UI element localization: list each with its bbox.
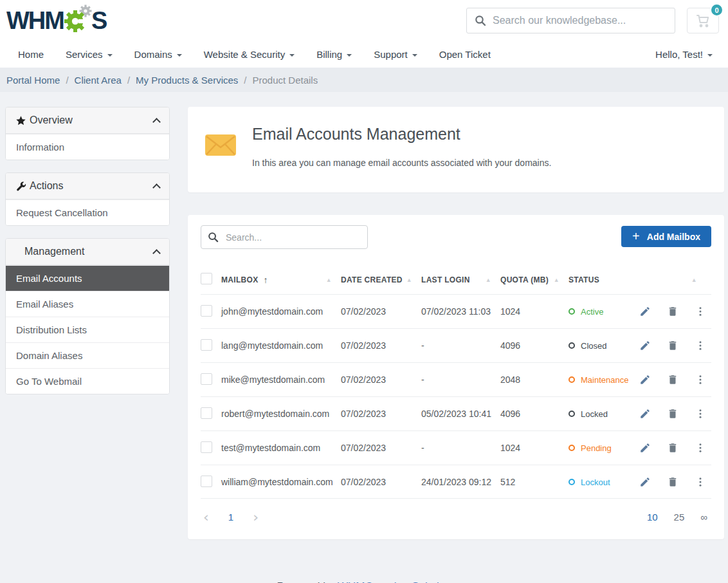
page-size-25[interactable]: 25 bbox=[674, 512, 685, 523]
delete-button[interactable] bbox=[667, 306, 678, 317]
edit-button[interactable] bbox=[639, 408, 651, 420]
breadcrumb-my-products[interactable]: My Products & Services bbox=[136, 75, 238, 86]
panel-title: Management bbox=[15, 246, 84, 257]
status-circle-icon bbox=[569, 445, 575, 451]
breadcrumb-portal-home[interactable]: Portal Home bbox=[6, 75, 60, 86]
chevron-down-icon bbox=[177, 54, 182, 57]
quota-cell: 2048 bbox=[500, 375, 569, 385]
delete-button[interactable] bbox=[667, 408, 678, 420]
quota-cell: 4096 bbox=[500, 409, 569, 419]
page-size-all[interactable]: ∞ bbox=[700, 512, 707, 523]
row-checkbox[interactable] bbox=[201, 339, 212, 351]
nav-services[interactable]: Services bbox=[66, 49, 113, 60]
panel-overview: Overview Information bbox=[5, 107, 170, 160]
table-row: mike@mytestdomain.com 07/02/2023 - 2048 … bbox=[201, 362, 711, 396]
sidebar: Overview Information Actions Request Can… bbox=[5, 107, 170, 539]
quota-cell: 1024 bbox=[500, 306, 569, 317]
chevron-down-icon bbox=[707, 54, 713, 57]
panel-management: Management Email Accounts Email Aliases … bbox=[5, 238, 170, 394]
kebab-icon bbox=[695, 374, 706, 385]
pencil-icon bbox=[639, 442, 651, 454]
panel-overview-header[interactable]: Overview bbox=[6, 107, 169, 134]
logo-text-s: S bbox=[91, 8, 106, 33]
more-button[interactable] bbox=[695, 374, 706, 385]
row-checkbox[interactable] bbox=[201, 305, 212, 317]
wrench-icon bbox=[15, 181, 30, 192]
sidebar-item-information[interactable]: Information bbox=[6, 134, 169, 160]
edit-button[interactable] bbox=[639, 340, 651, 351]
breadcrumb-separator: / bbox=[127, 75, 130, 86]
nav-home[interactable]: Home bbox=[18, 49, 44, 60]
date-created-cell: 07/02/2023 bbox=[341, 340, 421, 351]
sidebar-item-request-cancellation[interactable]: Request Cancellation bbox=[6, 199, 169, 225]
delete-button[interactable] bbox=[667, 374, 678, 385]
row-checkbox[interactable] bbox=[201, 476, 212, 487]
panel-actions-header[interactable]: Actions bbox=[6, 173, 169, 199]
sort-icon[interactable]: ▲ bbox=[691, 277, 706, 283]
knowledgebase-search-input[interactable] bbox=[466, 8, 675, 33]
table-search-input[interactable] bbox=[201, 225, 368, 249]
nav-billing[interactable]: Billing bbox=[316, 49, 352, 60]
trash-icon bbox=[667, 374, 678, 385]
pagination-next-button[interactable]: › bbox=[250, 510, 261, 524]
sidebar-item-distribution-lists[interactable]: Distribution Lists bbox=[6, 317, 169, 342]
panel-management-header[interactable]: Management bbox=[6, 239, 169, 265]
kebab-icon bbox=[695, 442, 706, 454]
sidebar-item-domain-aliases[interactable]: Domain Aliases bbox=[6, 342, 169, 368]
table-search bbox=[201, 225, 368, 249]
nav-website-security[interactable]: Website & Security bbox=[204, 49, 295, 60]
edit-button[interactable] bbox=[639, 476, 651, 488]
panel-actions: Actions Request Cancellation bbox=[5, 172, 170, 226]
delete-button[interactable] bbox=[667, 476, 678, 488]
sort-icon[interactable]: ▲ bbox=[554, 277, 569, 283]
more-button[interactable] bbox=[695, 476, 706, 488]
sort-icon[interactable]: ▲ bbox=[486, 277, 500, 283]
pagination-prev-button[interactable]: ‹ bbox=[201, 510, 212, 524]
plus-icon: + bbox=[632, 230, 640, 243]
user-menu[interactable]: Hello, Test! bbox=[655, 49, 713, 60]
footer-link[interactable]: WHMCompleteSolution bbox=[338, 580, 451, 583]
page-size-10[interactable]: 10 bbox=[647, 512, 658, 523]
edit-button[interactable] bbox=[639, 306, 651, 317]
delete-button[interactable] bbox=[667, 340, 678, 351]
more-button[interactable] bbox=[695, 306, 706, 317]
page-title: Email Accounts Management bbox=[252, 125, 551, 143]
status-circle-icon bbox=[569, 342, 575, 349]
status-badge: Locked bbox=[569, 409, 639, 419]
add-mailbox-button[interactable]: + Add Mailbox bbox=[621, 226, 711, 247]
nav-open-ticket[interactable]: Open Ticket bbox=[439, 49, 491, 60]
whmcs-logo[interactable]: WHM S bbox=[6, 4, 106, 37]
edit-button[interactable] bbox=[639, 374, 651, 385]
table-row: john@mytestdomain.com 07/02/2023 07/02/2… bbox=[201, 294, 711, 328]
column-header-quota[interactable]: QUOTA (MB) ▲ bbox=[500, 275, 569, 284]
delete-button[interactable] bbox=[667, 442, 678, 454]
date-created-cell: 07/02/2023 bbox=[341, 375, 421, 385]
column-header-date-created[interactable]: DATE CREATED ▲ bbox=[341, 275, 421, 284]
more-button[interactable] bbox=[695, 442, 706, 454]
nav-support[interactable]: Support bbox=[374, 49, 417, 60]
table-row: test@mytestdomain.com 07/02/2023 - 1024 … bbox=[201, 430, 711, 465]
sort-icon[interactable]: ▲ bbox=[326, 277, 341, 283]
row-checkbox[interactable] bbox=[201, 407, 212, 419]
pagination-page-1[interactable]: 1 bbox=[228, 512, 233, 523]
row-checkbox[interactable] bbox=[201, 441, 212, 453]
column-header-mailbox[interactable]: MAILBOX ↑ ▲ bbox=[221, 275, 341, 285]
edit-button[interactable] bbox=[639, 442, 651, 454]
column-header-last-login[interactable]: LAST LOGIN ▲ bbox=[421, 275, 500, 284]
kebab-icon bbox=[695, 306, 706, 317]
row-checkbox[interactable] bbox=[201, 373, 212, 385]
column-header-status[interactable]: STATUS bbox=[569, 275, 639, 284]
select-all-checkbox[interactable] bbox=[201, 273, 212, 284]
cart-button[interactable]: 0 bbox=[687, 8, 719, 33]
sidebar-item-email-accounts[interactable]: Email Accounts bbox=[6, 265, 169, 291]
date-created-cell: 07/02/2023 bbox=[341, 443, 421, 453]
sort-icon[interactable]: ▲ bbox=[406, 277, 421, 283]
main-navigation: Home Services Domains Website & Security… bbox=[0, 41, 728, 68]
sidebar-item-email-aliases[interactable]: Email Aliases bbox=[6, 291, 169, 317]
more-button[interactable] bbox=[695, 408, 706, 420]
sidebar-item-go-to-webmail[interactable]: Go To Webmail bbox=[6, 368, 169, 394]
breadcrumb-client-area[interactable]: Client Area bbox=[75, 75, 122, 86]
table-row: lang@mytestdomain.com 07/02/2023 - 4096 … bbox=[201, 328, 711, 362]
more-button[interactable] bbox=[695, 340, 706, 351]
nav-domains[interactable]: Domains bbox=[134, 49, 182, 60]
